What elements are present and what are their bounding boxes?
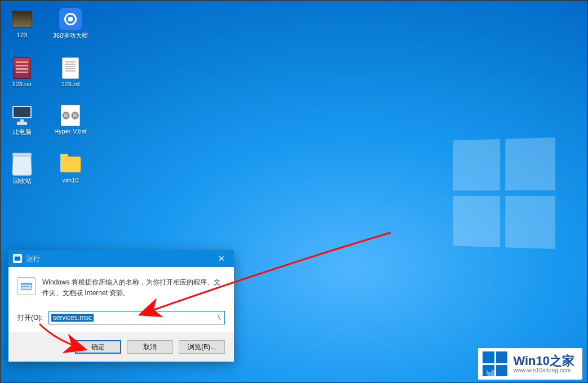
run-dialog: 运行 ✕ Windows 将根据你所输入的名称，为你打开相应的程序、文件夹、文档… (8, 250, 234, 362)
icon-label: Hyper-V.bat (54, 128, 87, 135)
browse-button[interactable]: 浏览(B)... (179, 340, 225, 354)
desktop-icon-folder-123[interactable]: 123 (6, 8, 38, 40)
batch-file-icon: ⚙⚙ (61, 105, 80, 126)
open-combobox[interactable]: services.msc 〵 (48, 311, 225, 324)
svg-rect-1 (15, 256, 21, 257)
desktop-icon-123-rar[interactable]: 123.rar (6, 57, 38, 87)
open-input[interactable]: services.msc (49, 311, 214, 324)
desktop-icon-123-txt[interactable]: 123.txt (54, 57, 87, 87)
run-title-icon (13, 254, 22, 263)
folder-icon (60, 157, 81, 172)
desktop-background[interactable]: 123 360驱动大师 123.rar 123.txt 此电脑 ⚙⚙ (0, 0, 588, 383)
run-titlebar[interactable]: 运行 ✕ (8, 250, 234, 267)
icon-label: 回收站 (13, 177, 32, 185)
icon-label: win10 (63, 177, 79, 184)
folder-icon (12, 11, 32, 28)
watermark-url: www.win10xitong.com (513, 367, 574, 373)
chevron-down-icon[interactable]: 〵 (214, 315, 224, 321)
run-title-text: 运行 (26, 254, 40, 264)
desktop-icon-this-pc[interactable]: 此电脑 (6, 104, 38, 136)
desktop-icon-hyperv-bat[interactable]: ⚙⚙ Hyper-V.bat (54, 104, 87, 136)
svg-rect-0 (15, 257, 21, 261)
text-file-icon (62, 57, 79, 79)
watermark-title: Win10之家 (513, 355, 574, 367)
run-dialog-icon (17, 277, 36, 295)
ok-button[interactable]: 确定 (75, 340, 121, 354)
app-icon (59, 8, 82, 30)
open-label: 打开(O): (17, 313, 43, 323)
svg-rect-4 (23, 286, 29, 287)
desktop-icon-recycle-bin[interactable]: 回收站 (6, 153, 38, 185)
icon-label: 123.txt (61, 81, 79, 87)
svg-rect-3 (21, 283, 32, 285)
icon-label: 360驱动大师 (53, 32, 88, 40)
icon-label: 123 (17, 32, 27, 38)
run-button-row: 确定 取消 浏览(B)... (8, 332, 234, 362)
wallpaper-windows-logo (453, 137, 555, 249)
open-input-value: services.msc (51, 314, 94, 322)
run-description: Windows 将根据你所输入的名称，为你打开相应的程序、文件夹、文档或 Int… (42, 277, 225, 299)
desktop-icons-area: 123 360驱动大师 123.rar 123.txt 此电脑 ⚙⚙ (6, 8, 87, 185)
tray-hint (485, 368, 498, 382)
close-button[interactable]: ✕ (209, 250, 234, 267)
computer-icon (11, 106, 33, 125)
cancel-button[interactable]: 取消 (127, 340, 173, 354)
archive-icon (13, 57, 31, 79)
icon-label: 123.rar (12, 81, 32, 87)
desktop-icon-win10-folder[interactable]: win10 (54, 153, 87, 185)
icon-label: 此电脑 (13, 128, 32, 136)
desktop-icon-360-driver[interactable]: 360驱动大师 (54, 8, 87, 40)
recycle-bin-icon (12, 154, 32, 176)
